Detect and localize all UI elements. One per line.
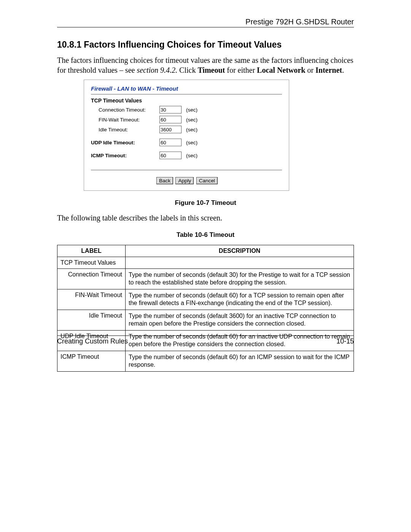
table-label-cell: TCP Timeout Values [57,257,126,269]
back-button[interactable]: Back [156,177,173,184]
intro-period: . [342,66,344,74]
table-label-cell: Connection Timeout [57,269,126,289]
section-number: 10.8.1 [57,40,81,50]
table-row: Idle TimeoutType the number of seconds (… [57,310,354,330]
connection-timeout-input[interactable] [159,106,182,113]
header-product: Prestige 792H G.SHDSL Router [57,18,354,26]
table-label-cell: ICMP Timeout [57,351,126,371]
header-rule [57,27,354,27]
tcp-timeout-heading: TCP Timeout Values [91,97,282,104]
finwait-timeout-input[interactable] [159,116,182,123]
idle-timeout-input[interactable] [159,126,182,133]
panel-title-rule [91,94,282,94]
table-desc-cell: Type the number of seconds (default 60) … [126,289,354,310]
intro-internet: Internet [315,66,342,74]
section-heading: 10.8.1 Factors Influencing Choices for T… [57,40,354,50]
apply-button[interactable]: Apply [175,177,194,184]
section-title-text: Factors Influencing Choices for Timeout … [84,40,282,50]
udp-idle-input[interactable] [159,139,182,146]
cancel-button[interactable]: Cancel [196,177,218,184]
icmp-timeout-heading: ICMP Timeout: [91,153,159,158]
idle-timeout-row: Idle Timeout: (sec) [91,126,282,133]
page-footer: Creating Custom Rules 10-15 [57,335,354,345]
following-text: The following table describes the labels… [57,213,354,223]
panel-title: Firewall - LAN to WAN - Timeout [91,85,282,92]
timeout-description-table: LABEL DESCRIPTION TCP Timeout ValuesConn… [57,245,354,372]
intro-text-4: or [305,66,315,74]
connection-timeout-unit: (sec) [186,107,198,113]
firewall-timeout-panel: Firewall - LAN to WAN - Timeout TCP Time… [84,80,289,191]
panel-button-row: Back Apply Cancel [91,170,282,184]
intro-ref: section 9.4.2. [137,66,177,74]
footer-left: Creating Custom Rules [57,337,128,345]
icmp-timeout-row: ICMP Timeout: (sec) [91,152,282,159]
intro-timeout: Timeout [198,66,225,74]
table-row: Connection TimeoutType the number of sec… [57,269,354,289]
icmp-timeout-input[interactable] [159,152,182,159]
table-desc-cell: Type the number of seconds (default 30) … [126,269,354,289]
table-row: ICMP TimeoutType the number of seconds (… [57,351,354,371]
finwait-timeout-unit: (sec) [186,117,198,123]
connection-timeout-row: Connection Timeout: (sec) [91,106,282,113]
footer-rule [57,335,354,336]
table-label-cell: FIN-Wait Timeout [57,289,126,310]
table-desc-cell [126,257,354,269]
intro-text-2: Click [177,66,198,74]
figure-caption: Figure 10-7 Timeout [57,199,354,207]
connection-timeout-label: Connection Timeout: [91,107,159,113]
udp-idle-heading: UDP Idle Timeout: [91,140,159,145]
footer-right: 10-15 [336,337,354,345]
finwait-timeout-label: FIN-Wait Timeout: [91,117,159,123]
table-row: FIN-Wait TimeoutType the number of secon… [57,289,354,310]
idle-timeout-unit: (sec) [186,127,198,133]
table-desc-cell: Type the number of seconds (default 60) … [126,351,354,371]
udp-idle-row: UDP Idle Timeout: (sec) [91,139,282,146]
icmp-timeout-unit: (sec) [186,153,198,158]
table-label-cell: Idle Timeout [57,310,126,330]
intro-localnetwork: Local Network [257,66,305,74]
table-row: TCP Timeout Values [57,257,354,269]
udp-idle-unit: (sec) [186,140,198,145]
table-head-label: LABEL [57,245,126,257]
page: Prestige 792H G.SHDSL Router 10.8.1 Fact… [0,0,411,532]
intro-text-3: for either [225,66,257,74]
table-head-desc: DESCRIPTION [126,245,354,257]
table-caption: Table 10-6 Timeout [57,231,354,239]
intro-paragraph: The factors influencing choices for time… [57,55,354,75]
idle-timeout-label: Idle Timeout: [91,127,159,133]
finwait-timeout-row: FIN-Wait Timeout: (sec) [91,116,282,123]
table-head-row: LABEL DESCRIPTION [57,245,354,257]
table-desc-cell: Type the number of seconds (default 3600… [126,310,354,330]
